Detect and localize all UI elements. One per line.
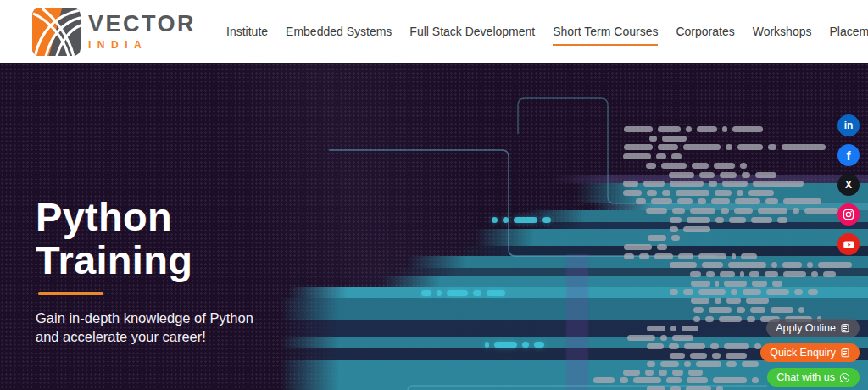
floating-actions: Apply Online Quick Enquiry Chat with us [760,319,860,387]
social-sidebar: in f X [837,114,860,255]
nav-full-stack-development[interactable]: Full Stack Development [409,18,535,46]
brand-logo[interactable]: VECTOR INDIA [32,8,196,56]
whatsapp-icon [839,372,850,383]
code-row [636,198,821,204]
youtube-icon [843,238,855,251]
clipboard-icon [840,348,850,358]
code-row [623,190,774,196]
clipboard-icon [840,323,850,333]
quick-enquiry-button[interactable]: Quick Enquiry [760,343,860,362]
code-row [647,326,698,332]
page-title: PythonTraining [36,195,253,281]
hero-copy: PythonTraining Gain in-depth knowledge o… [36,195,253,346]
x-twitter-icon: X [845,180,852,190]
code-row [624,254,757,259]
vector-logo-icon [32,8,81,56]
teal-dash-row [492,217,551,223]
chat-whatsapp-button[interactable]: Chat with us [767,368,860,387]
instagram-button[interactable] [837,203,860,226]
brand-name: VECTOR [88,13,196,36]
chat-with-us-label: Chat with us [776,371,835,383]
code-row [627,335,693,341]
nav-workshops[interactable]: Workshops [753,18,812,46]
nav-short-term-courses[interactable]: Short Term Courses [553,18,658,46]
code-row [670,217,787,223]
instagram-icon [843,209,854,220]
subtitle-line-1: Gain in-depth knowledge of Python [36,310,253,326]
apply-online-label: Apply Online [776,322,836,334]
code-row [669,172,776,178]
teal-dash-row [485,342,544,348]
code-row [593,377,759,383]
code-row [646,163,747,169]
title-underline-decoration [38,292,103,295]
title-line-1: Python [36,194,172,239]
title-line-2: Training [36,237,192,282]
code-row [623,370,703,376]
nav-institute[interactable]: Institute [226,18,268,46]
code-row [624,244,667,250]
code-row [670,353,747,359]
code-row [647,386,723,390]
code-row [647,361,759,367]
subtitle-line-2: and accelerate your career! [36,329,206,344]
nav-corporates[interactable]: Corporates [676,18,734,46]
code-row [691,298,769,304]
code-row [624,144,826,150]
teal-dash-row [421,290,505,296]
code-row [623,181,804,187]
apply-online-button[interactable]: Apply Online [766,319,860,337]
code-row [670,226,710,232]
code-row [691,281,782,287]
code-row [690,271,836,277]
nav-embedded-systems[interactable]: Embedded Systems [286,18,392,46]
facebook-icon: f [847,149,851,162]
hero-subtitle: Gain in-depth knowledge of Pythonand acc… [36,309,253,346]
nav-placements[interactable]: Placements [829,18,868,46]
facebook-button[interactable]: f [837,144,860,166]
code-row [624,126,763,132]
code-row [649,136,687,142]
linkedin-icon: in [844,120,854,131]
youtube-button[interactable] [837,233,860,255]
x-twitter-button[interactable]: X [837,174,860,196]
code-row [647,343,761,349]
code-row [693,307,804,313]
code-row [648,235,680,241]
quick-enquiry-label: Quick Enquiry [770,347,836,359]
code-row [670,289,818,295]
site-header: VECTOR INDIA Institute Embedded Systems … [0,0,868,63]
code-row [623,153,682,159]
brand-text: VECTOR INDIA [88,13,196,50]
brand-country: INDIA [88,40,196,50]
page: VECTOR INDIA Institute Embedded Systems … [0,0,868,390]
code-row [646,208,838,214]
code-row [670,262,852,268]
main-nav: Institute Embedded Systems Full Stack De… [226,18,868,46]
hero-section: PythonTraining Gain in-depth knowledge o… [0,63,868,390]
linkedin-button[interactable]: in [837,114,860,136]
